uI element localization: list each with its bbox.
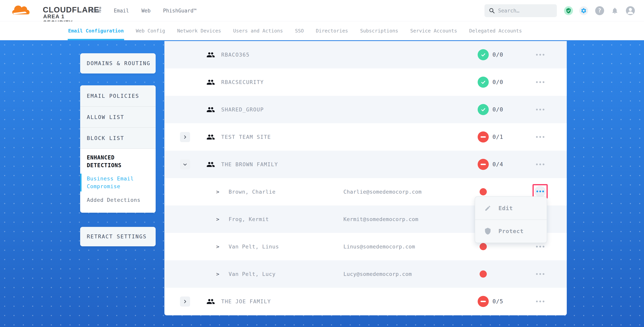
tab-web-config[interactable]: Web Config: [136, 21, 165, 40]
status-alert-badge: [478, 131, 489, 142]
member-chevron: >: [216, 233, 219, 260]
table-row-van-pelt-lucy[interactable]: >Van Pelt, LucyLucy@somedemocorp.com: [164, 260, 567, 288]
expand-group-button[interactable]: [180, 297, 190, 307]
collapse-group-button[interactable]: [180, 159, 190, 170]
status-alert-badge: [478, 159, 489, 170]
sidebar-item-label: Added Detections: [87, 197, 140, 203]
member-name: Van Pelt, Lucy: [228, 260, 276, 288]
protection-count: 0/5: [492, 288, 503, 315]
minus-glyph: [480, 136, 486, 138]
group-icon: [206, 105, 215, 114]
menu-item-label: Edit: [498, 205, 513, 212]
table-row-the-brown-family[interactable]: THE BROWN FAMILY0/4: [164, 151, 567, 178]
group-name: THE BROWN FAMILY: [221, 151, 278, 178]
notifications-bell-icon[interactable]: [610, 6, 619, 15]
group-name: THE JOE FAMILY: [221, 288, 271, 315]
member-chevron: >: [216, 206, 219, 233]
sidebar-item-email-policies[interactable]: EMAIL POLICIES: [80, 85, 156, 107]
row-actions-button[interactable]: [533, 270, 548, 278]
main-nav: HomeEmailWebPhishGuard™: [89, 0, 196, 21]
row-actions-button[interactable]: [533, 133, 548, 141]
help-icon[interactable]: ?: [595, 6, 604, 15]
protection-count: 0/0: [492, 96, 503, 123]
row-actions-button[interactable]: [533, 106, 548, 113]
member-name: Frog, Kermit: [228, 206, 269, 233]
status-ok-badge: [478, 77, 489, 88]
nav-item-web[interactable]: Web: [142, 8, 150, 13]
menu-item-protect[interactable]: Protect: [475, 220, 547, 242]
sidebar-item-business-email-compromise[interactable]: Business Email Compromise: [87, 175, 136, 190]
group-name: RBACO365: [221, 41, 250, 68]
nav-item-email[interactable]: Email: [114, 8, 129, 13]
tab-users-and-actions[interactable]: Users and Actions: [233, 21, 283, 40]
row-actions-menu: Edit Protect: [475, 196, 547, 243]
member-chevron: >: [216, 178, 219, 206]
row-actions-button[interactable]: [533, 160, 548, 168]
table-row-shared-group[interactable]: SHARED_GROUP0/0: [164, 96, 567, 123]
tab-delegated-accounts[interactable]: Delegated Accounts: [469, 21, 522, 40]
active-item-accent-bar: [80, 174, 82, 192]
search-box: [484, 4, 557, 17]
sidebar-item-block-list[interactable]: BLOCK LIST: [80, 128, 156, 149]
table-row-rbaco365[interactable]: RBACO3650/0: [164, 41, 567, 68]
group-name: SHARED_GROUP: [221, 96, 264, 123]
minus-glyph: [480, 164, 486, 165]
member-email: Lucy@somedemocorp.com: [344, 260, 412, 288]
sidebar-item-domains-routing[interactable]: DOMAINS & ROUTING: [80, 53, 156, 73]
menu-item-label: Protect: [498, 228, 524, 235]
tab-subscriptions[interactable]: Subscriptions: [360, 21, 398, 40]
status-alert-dot: [480, 243, 487, 250]
status-alert-dot: [480, 188, 487, 195]
tab-directories[interactable]: Directories: [316, 21, 348, 40]
page: CLOUDFLARE® AREA 1 SECURITY HomeEmailWeb…: [0, 0, 644, 327]
menu-item-edit[interactable]: Edit: [475, 197, 547, 220]
groups-table-rows: RBACO3650/0RBACSECURITY0/0SHARED_GROUP0/…: [164, 41, 567, 315]
sidebar-card-email-policies: EMAIL POLICIES ALLOW LIST BLOCK LIST ENH…: [80, 85, 156, 213]
sidebar-item-added-detections[interactable]: Added Detections: [87, 196, 149, 204]
sidebar-card-retract-settings: RETRACT SETTINGS: [80, 227, 156, 246]
member-email: Kermit@somedemocorp.com: [344, 206, 418, 233]
enhanced-detections-title: ENHANCED DETECTIONS: [87, 154, 141, 169]
sidebar-item-retract-settings[interactable]: RETRACT SETTINGS: [80, 227, 156, 246]
tab-email-configuration[interactable]: Email Configuration: [68, 21, 124, 40]
cloudflare-logo: CLOUDFLARE® AREA 1 SECURITY: [12, 2, 90, 20]
row-actions-button[interactable]: [533, 298, 548, 305]
tab-sso[interactable]: SSO: [295, 21, 304, 40]
nav-item-phishguard[interactable]: PhishGuard™: [163, 8, 196, 13]
row-actions-button[interactable]: [533, 243, 548, 250]
group-icon: [206, 297, 215, 306]
groups-table: RBACO3650/0RBACSECURITY0/0SHARED_GROUP0/…: [164, 41, 567, 315]
table-row-rbacsecurity[interactable]: RBACSECURITY0/0: [164, 68, 567, 96]
protection-count: 0/0: [492, 68, 503, 96]
row-actions-button[interactable]: [533, 78, 548, 86]
table-row-test-team-site[interactable]: TEST TEAM SITE0/1: [164, 123, 567, 151]
settings-gear-icon[interactable]: [579, 6, 588, 15]
nav-item-home[interactable]: Home: [89, 8, 101, 13]
sidebar-item-label: Business Email Compromise: [87, 176, 134, 189]
tab-service-accounts[interactable]: Service Accounts: [410, 21, 457, 40]
tab-network-devices[interactable]: Network Devices: [177, 21, 221, 40]
row-actions-button[interactable]: [534, 186, 546, 197]
member-name: Brown, Charlie: [228, 178, 276, 206]
section-tabbar: Email ConfigurationWeb ConfigNetwork Dev…: [0, 21, 644, 40]
minus-glyph: [480, 301, 486, 302]
svg-text:?: ?: [598, 7, 602, 14]
protection-count: 0/4: [492, 151, 503, 178]
table-row-the-joe-family[interactable]: THE JOE FAMILY0/5: [164, 288, 567, 315]
status-alert-badge: [478, 296, 489, 307]
user-avatar-icon[interactable]: [626, 6, 635, 15]
group-name: RBACSECURITY: [221, 68, 264, 96]
member-email: Charlie@somedemocorp.com: [344, 178, 422, 206]
member-email: Linus@somedemocorp.com: [344, 233, 415, 260]
group-name: TEST TEAM SITE: [221, 123, 271, 151]
group-icon: [206, 133, 215, 141]
row-actions-button[interactable]: [533, 51, 548, 58]
content-background: DOMAINS & ROUTING EMAIL POLICIES ALLOW L…: [0, 40, 644, 327]
group-icon: [206, 160, 215, 169]
protection-status-icon[interactable]: [564, 6, 573, 15]
enhanced-detections-section: ENHANCED DETECTIONS Business Email Compr…: [80, 149, 156, 213]
sidebar-item-allow-list[interactable]: ALLOW LIST: [80, 107, 156, 128]
search-input[interactable]: [498, 8, 552, 13]
status-ok-badge: [478, 104, 489, 115]
expand-group-button[interactable]: [180, 132, 190, 142]
